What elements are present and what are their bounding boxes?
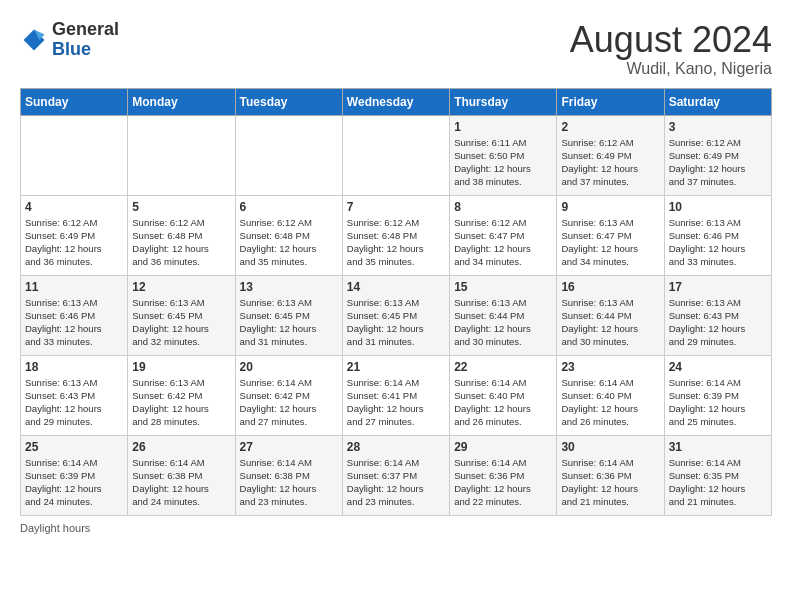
calendar-week-2: 4Sunrise: 6:12 AM Sunset: 6:49 PM Daylig…	[21, 195, 772, 275]
header-saturday: Saturday	[664, 88, 771, 115]
day-info: Sunrise: 6:14 AM Sunset: 6:35 PM Dayligh…	[669, 456, 767, 509]
calendar-header: SundayMondayTuesdayWednesdayThursdayFrid…	[21, 88, 772, 115]
day-number: 16	[561, 280, 659, 294]
svg-marker-0	[24, 29, 45, 50]
calendar-cell: 6Sunrise: 6:12 AM Sunset: 6:48 PM Daylig…	[235, 195, 342, 275]
day-info: Sunrise: 6:12 AM Sunset: 6:48 PM Dayligh…	[132, 216, 230, 269]
day-number: 23	[561, 360, 659, 374]
logo: General Blue	[20, 20, 119, 60]
calendar-cell: 4Sunrise: 6:12 AM Sunset: 6:49 PM Daylig…	[21, 195, 128, 275]
calendar-week-5: 25Sunrise: 6:14 AM Sunset: 6:39 PM Dayli…	[21, 435, 772, 515]
calendar-cell: 16Sunrise: 6:13 AM Sunset: 6:44 PM Dayli…	[557, 275, 664, 355]
title-block: August 2024 Wudil, Kano, Nigeria	[570, 20, 772, 78]
calendar-cell: 13Sunrise: 6:13 AM Sunset: 6:45 PM Dayli…	[235, 275, 342, 355]
header-thursday: Thursday	[450, 88, 557, 115]
calendar-cell	[235, 115, 342, 195]
day-number: 3	[669, 120, 767, 134]
day-info: Sunrise: 6:13 AM Sunset: 6:46 PM Dayligh…	[669, 216, 767, 269]
day-info: Sunrise: 6:14 AM Sunset: 6:37 PM Dayligh…	[347, 456, 445, 509]
calendar-cell: 3Sunrise: 6:12 AM Sunset: 6:49 PM Daylig…	[664, 115, 771, 195]
day-number: 22	[454, 360, 552, 374]
day-info: Sunrise: 6:14 AM Sunset: 6:42 PM Dayligh…	[240, 376, 338, 429]
day-number: 8	[454, 200, 552, 214]
header-friday: Friday	[557, 88, 664, 115]
day-number: 2	[561, 120, 659, 134]
day-number: 6	[240, 200, 338, 214]
day-number: 31	[669, 440, 767, 454]
day-info: Sunrise: 6:14 AM Sunset: 6:41 PM Dayligh…	[347, 376, 445, 429]
day-info: Sunrise: 6:13 AM Sunset: 6:46 PM Dayligh…	[25, 296, 123, 349]
day-info: Sunrise: 6:14 AM Sunset: 6:36 PM Dayligh…	[454, 456, 552, 509]
day-number: 9	[561, 200, 659, 214]
calendar-cell: 17Sunrise: 6:13 AM Sunset: 6:43 PM Dayli…	[664, 275, 771, 355]
day-number: 19	[132, 360, 230, 374]
day-info: Sunrise: 6:14 AM Sunset: 6:40 PM Dayligh…	[454, 376, 552, 429]
calendar-cell: 21Sunrise: 6:14 AM Sunset: 6:41 PM Dayli…	[342, 355, 449, 435]
day-number: 15	[454, 280, 552, 294]
header-tuesday: Tuesday	[235, 88, 342, 115]
day-number: 28	[347, 440, 445, 454]
calendar-cell: 22Sunrise: 6:14 AM Sunset: 6:40 PM Dayli…	[450, 355, 557, 435]
day-number: 4	[25, 200, 123, 214]
day-info: Sunrise: 6:13 AM Sunset: 6:43 PM Dayligh…	[25, 376, 123, 429]
calendar-cell: 2Sunrise: 6:12 AM Sunset: 6:49 PM Daylig…	[557, 115, 664, 195]
day-number: 17	[669, 280, 767, 294]
day-number: 13	[240, 280, 338, 294]
day-number: 29	[454, 440, 552, 454]
day-number: 11	[25, 280, 123, 294]
calendar-cell: 10Sunrise: 6:13 AM Sunset: 6:46 PM Dayli…	[664, 195, 771, 275]
day-number: 1	[454, 120, 552, 134]
calendar-cell: 23Sunrise: 6:14 AM Sunset: 6:40 PM Dayli…	[557, 355, 664, 435]
day-info: Sunrise: 6:13 AM Sunset: 6:45 PM Dayligh…	[132, 296, 230, 349]
day-info: Sunrise: 6:11 AM Sunset: 6:50 PM Dayligh…	[454, 136, 552, 189]
day-number: 7	[347, 200, 445, 214]
day-info: Sunrise: 6:12 AM Sunset: 6:47 PM Dayligh…	[454, 216, 552, 269]
day-number: 12	[132, 280, 230, 294]
day-number: 25	[25, 440, 123, 454]
page-header: General Blue August 2024 Wudil, Kano, Ni…	[20, 20, 772, 78]
calendar-cell: 20Sunrise: 6:14 AM Sunset: 6:42 PM Dayli…	[235, 355, 342, 435]
day-info: Sunrise: 6:12 AM Sunset: 6:49 PM Dayligh…	[561, 136, 659, 189]
day-info: Sunrise: 6:12 AM Sunset: 6:49 PM Dayligh…	[669, 136, 767, 189]
day-info: Sunrise: 6:14 AM Sunset: 6:39 PM Dayligh…	[25, 456, 123, 509]
logo-general-text: General	[52, 20, 119, 40]
calendar-title: August 2024	[570, 20, 772, 60]
footer: Daylight hours	[20, 522, 772, 534]
day-info: Sunrise: 6:14 AM Sunset: 6:39 PM Dayligh…	[669, 376, 767, 429]
day-info: Sunrise: 6:13 AM Sunset: 6:45 PM Dayligh…	[347, 296, 445, 349]
calendar-cell: 26Sunrise: 6:14 AM Sunset: 6:38 PM Dayli…	[128, 435, 235, 515]
calendar-cell	[21, 115, 128, 195]
day-info: Sunrise: 6:12 AM Sunset: 6:48 PM Dayligh…	[347, 216, 445, 269]
header-wednesday: Wednesday	[342, 88, 449, 115]
calendar-cell: 9Sunrise: 6:13 AM Sunset: 6:47 PM Daylig…	[557, 195, 664, 275]
calendar-cell: 29Sunrise: 6:14 AM Sunset: 6:36 PM Dayli…	[450, 435, 557, 515]
header-sunday: Sunday	[21, 88, 128, 115]
calendar-cell: 1Sunrise: 6:11 AM Sunset: 6:50 PM Daylig…	[450, 115, 557, 195]
calendar-cell: 18Sunrise: 6:13 AM Sunset: 6:43 PM Dayli…	[21, 355, 128, 435]
calendar-cell: 24Sunrise: 6:14 AM Sunset: 6:39 PM Dayli…	[664, 355, 771, 435]
calendar-week-3: 11Sunrise: 6:13 AM Sunset: 6:46 PM Dayli…	[21, 275, 772, 355]
calendar-week-4: 18Sunrise: 6:13 AM Sunset: 6:43 PM Dayli…	[21, 355, 772, 435]
day-number: 18	[25, 360, 123, 374]
calendar-cell: 11Sunrise: 6:13 AM Sunset: 6:46 PM Dayli…	[21, 275, 128, 355]
day-info: Sunrise: 6:12 AM Sunset: 6:48 PM Dayligh…	[240, 216, 338, 269]
day-number: 24	[669, 360, 767, 374]
day-number: 5	[132, 200, 230, 214]
day-info: Sunrise: 6:13 AM Sunset: 6:45 PM Dayligh…	[240, 296, 338, 349]
calendar-cell: 8Sunrise: 6:12 AM Sunset: 6:47 PM Daylig…	[450, 195, 557, 275]
day-info: Sunrise: 6:12 AM Sunset: 6:49 PM Dayligh…	[25, 216, 123, 269]
day-number: 30	[561, 440, 659, 454]
calendar-cell: 30Sunrise: 6:14 AM Sunset: 6:36 PM Dayli…	[557, 435, 664, 515]
calendar-cell: 27Sunrise: 6:14 AM Sunset: 6:38 PM Dayli…	[235, 435, 342, 515]
calendar-cell: 25Sunrise: 6:14 AM Sunset: 6:39 PM Dayli…	[21, 435, 128, 515]
calendar-cell: 12Sunrise: 6:13 AM Sunset: 6:45 PM Dayli…	[128, 275, 235, 355]
day-info: Sunrise: 6:14 AM Sunset: 6:38 PM Dayligh…	[132, 456, 230, 509]
footer-text: Daylight hours	[20, 522, 90, 534]
day-number: 10	[669, 200, 767, 214]
day-number: 21	[347, 360, 445, 374]
day-info: Sunrise: 6:13 AM Sunset: 6:44 PM Dayligh…	[561, 296, 659, 349]
calendar-cell	[128, 115, 235, 195]
day-info: Sunrise: 6:14 AM Sunset: 6:38 PM Dayligh…	[240, 456, 338, 509]
calendar-cell: 5Sunrise: 6:12 AM Sunset: 6:48 PM Daylig…	[128, 195, 235, 275]
calendar-table: SundayMondayTuesdayWednesdayThursdayFrid…	[20, 88, 772, 516]
